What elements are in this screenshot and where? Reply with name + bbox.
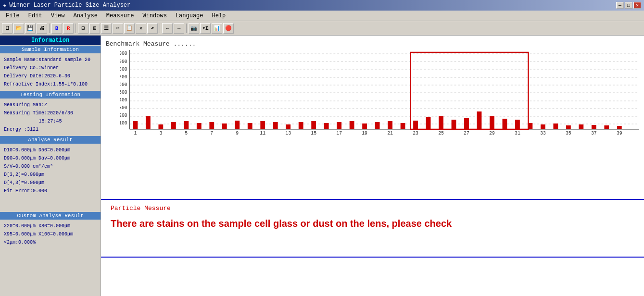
svg-rect-45: [426, 117, 431, 129]
menu-help[interactable]: Help: [208, 12, 230, 20]
menu-meassure[interactable]: Meassure: [102, 12, 138, 20]
svg-rect-22: [133, 121, 138, 129]
svg-text:23: 23: [413, 131, 418, 136]
svg-rect-40: [362, 123, 367, 129]
menu-language[interactable]: Language: [172, 12, 207, 20]
refractive-index: Refractive Index:1.55-i*0.100: [4, 80, 97, 88]
svg-text:27: 27: [464, 131, 469, 136]
svg-rect-34: [286, 124, 290, 129]
title-bar-left: ★ Winner Laser Particle Size Analyser: [3, 2, 130, 9]
svg-rect-29: [222, 123, 227, 129]
toolbar-btn6[interactable]: ✕: [136, 23, 146, 34]
svg-text:300: 300: [120, 105, 127, 111]
svg-rect-59: [604, 125, 609, 129]
svg-rect-42: [388, 121, 392, 129]
separator-2: [76, 24, 76, 33]
svg-text:400: 400: [120, 98, 127, 103]
svg-rect-23: [146, 116, 151, 129]
toolbar-print[interactable]: 🖨: [37, 23, 47, 34]
svg-rect-38: [337, 122, 341, 129]
toolbar-special[interactable]: 🔴: [223, 23, 234, 34]
svg-rect-47: [452, 120, 456, 129]
separator-3: [160, 24, 160, 33]
svg-text:11: 11: [260, 131, 265, 136]
svg-text:15: 15: [311, 131, 316, 136]
menu-edit[interactable]: Edit: [25, 12, 46, 20]
section-header-sample: Sample Information: [0, 46, 101, 53]
toolbar-camera[interactable]: 📷: [189, 23, 199, 34]
toolbar-btn4[interactable]: ✂: [113, 23, 123, 34]
svg-rect-43: [401, 123, 405, 129]
svg-rect-27: [197, 123, 202, 129]
svg-text:19: 19: [362, 131, 367, 136]
svg-rect-55: [553, 123, 558, 129]
svg-text:100: 100: [120, 121, 127, 126]
section-custom-info: X20=0.000μm X80=0.000μm X95=0.000μm X100…: [0, 220, 101, 248]
svg-rect-28: [209, 122, 214, 129]
svg-text:21: 21: [387, 131, 393, 136]
energy: Energy :3121: [4, 125, 97, 134]
svg-text:700: 700: [120, 74, 127, 80]
menu-bar: File Edit View Analyse Meassure Windows …: [0, 11, 644, 21]
svg-rect-51: [503, 119, 507, 129]
d32: D[3,2]=0.000μm: [4, 171, 97, 179]
bottom-area: [101, 258, 644, 296]
menu-file[interactable]: File: [2, 12, 24, 20]
close-button[interactable]: ✕: [633, 2, 641, 9]
minimize-button[interactable]: —: [616, 2, 624, 9]
toolbar-open[interactable]: 📂: [13, 23, 24, 34]
toolbar-btn2[interactable]: ⊞: [89, 23, 100, 34]
toolbar-back[interactable]: ←: [162, 23, 173, 34]
toolbar-btn3[interactable]: ☰: [101, 23, 112, 34]
chart-title: Benchmark Measure ......: [106, 40, 639, 48]
toolbar-btn1[interactable]: ⊟: [78, 23, 88, 34]
message-area: Particle Messure There are stains on the…: [101, 200, 644, 258]
menu-windows[interactable]: Windows: [139, 12, 170, 20]
title-bar: ★ Winner Laser Particle Size Analyser — …: [0, 0, 644, 11]
section-testing-info: Measuring Man:Z Measuring Time:2020/6/30…: [0, 99, 101, 136]
toolbar-save[interactable]: 💾: [25, 23, 36, 34]
toolbar-btn5[interactable]: 📋: [124, 23, 135, 34]
toolbar-new[interactable]: 🗋: [2, 23, 13, 34]
toolbar-sigma[interactable]: ▾Σ: [200, 23, 211, 34]
title-bar-buttons: — □ ✕: [616, 2, 641, 9]
separator-4: [186, 24, 187, 33]
svg-text:9: 9: [236, 131, 239, 136]
svg-rect-35: [299, 122, 303, 129]
menu-analyse[interactable]: Analyse: [69, 12, 101, 20]
svg-rect-26: [184, 121, 189, 129]
svg-text:31: 31: [515, 131, 520, 136]
svg-text:37: 37: [591, 131, 597, 136]
left-panel: Information Sample Information Sample Na…: [0, 36, 101, 296]
section-header-testing: Testing Information: [0, 91, 101, 99]
toolbar-forward[interactable]: →: [174, 23, 184, 34]
svg-rect-60: [617, 126, 622, 129]
svg-rect-31: [248, 123, 253, 129]
svg-text:7: 7: [210, 131, 213, 136]
svg-text:29: 29: [489, 131, 495, 136]
maximize-button[interactable]: □: [625, 2, 632, 9]
svg-text:5: 5: [185, 131, 188, 136]
svg-rect-54: [541, 124, 545, 129]
chart-container: 1000 900 800 700 600 500 400 300 200 100: [120, 50, 639, 136]
toolbar: 🗋 📂 💾 🖨 B R ⊟ ⊞ ☰ ✂ 📋 ✕ ↶ ← → 📷 ▾Σ 📊 🔴: [0, 21, 644, 36]
sample-name: Sample Name:standard sample 20: [4, 56, 97, 64]
toolbar-red[interactable]: R: [63, 23, 74, 34]
svg-rect-24: [158, 124, 163, 129]
toolbar-btn7[interactable]: ↶: [147, 23, 158, 34]
menu-view[interactable]: View: [47, 12, 69, 20]
measuring-time-value: 15:27:45: [4, 117, 97, 125]
toolbar-bold[interactable]: B: [51, 23, 62, 34]
toolbar-chart[interactable]: 📊: [212, 23, 222, 34]
svg-rect-32: [260, 121, 265, 129]
svg-text:25: 25: [438, 131, 444, 136]
delivery-date: Delivery Date:2020-6-30: [4, 72, 97, 80]
svg-rect-25: [171, 122, 176, 129]
svg-rect-56: [566, 125, 571, 129]
sv: S/V=0.000 cm²/cm³: [4, 162, 97, 171]
right-panel: Benchmark Measure ...... 1000 900 800 70…: [101, 36, 644, 296]
main-content: Information Sample Information Sample Na…: [0, 36, 644, 296]
window-icon: ★: [3, 2, 6, 9]
svg-text:39: 39: [617, 131, 622, 136]
svg-text:13: 13: [285, 131, 291, 136]
